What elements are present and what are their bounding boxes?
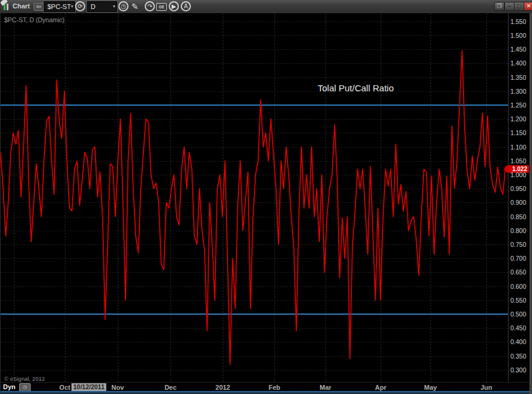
title-bar: Chart SH $PC-ST ▾ ⟳ D ▾ ◷ ✎ ↷ GE ▶ A ❐ –…	[1, 0, 532, 14]
interval-input[interactable]: D ▾	[87, 1, 117, 12]
x-axis-label: Apr	[375, 384, 387, 391]
y-axis-tick-label: 1.150	[510, 129, 526, 136]
y-axis-tick-label: 1.250	[510, 102, 526, 109]
y-axis-tick-label: 1.100	[510, 144, 526, 151]
symbol-input[interactable]: $PC-ST ▾	[44, 1, 75, 12]
y-axis-tick-label: 1.500	[510, 32, 526, 39]
y-axis-tick-label: 0.300	[510, 366, 526, 374]
layout-badge-icon: SH	[34, 3, 44, 11]
x-axis-label: Oct	[59, 384, 70, 391]
close-button[interactable]: ✕	[524, 2, 532, 11]
dyn-clock-icon: ◷	[23, 384, 27, 390]
x-axis-label: 2012	[216, 384, 230, 391]
y-axis-tick-label: 0.750	[510, 241, 526, 248]
quote-bubble-icon: GE	[159, 5, 164, 9]
letter-a-icon: A	[184, 3, 188, 10]
minimize-button[interactable]: –	[504, 2, 515, 11]
x-axis-label: May	[424, 384, 437, 391]
y-axis-tick-label: 0.550	[510, 297, 526, 304]
y-axis-tick-label: 0.900	[510, 199, 526, 206]
clock-icon: ◷	[121, 3, 126, 10]
selected-date-box[interactable]: 10/12/2011	[71, 383, 106, 391]
minimize-icon: –	[508, 3, 511, 9]
window-bottom-border	[1, 391, 530, 394]
pencil-icon: ✎	[131, 2, 139, 11]
symbol-refresh-button[interactable]: ⟳	[75, 1, 85, 11]
put-call-ratio-line	[1, 50, 508, 364]
window-title: Chart	[13, 2, 30, 10]
y-axis-tick-label: 1.400	[510, 59, 526, 67]
y-axis-tick-label: 0.400	[510, 338, 526, 345]
window-right-border	[530, 13, 532, 394]
y-axis-tick-label: 1.550	[510, 18, 526, 25]
y-axis-tick-label: 1.300	[510, 88, 526, 95]
play-icon: ▶	[172, 3, 177, 10]
quote-button[interactable]: GE	[156, 3, 167, 11]
popout-window-button[interactable]: ❐	[494, 2, 504, 11]
price-series-plot	[1, 13, 508, 382]
x-axis-label: Mar	[319, 384, 331, 391]
dyn-mode-button[interactable]: ◷	[19, 383, 31, 392]
y-axis-tick-label: 1.050	[510, 157, 526, 165]
refresh-icon: ⟳	[77, 3, 82, 10]
chevron-down-icon[interactable]: ▾	[113, 4, 115, 9]
interval-value: D	[91, 3, 95, 10]
price-axis[interactable]: 1.022 1.5501.5001.4501.4001.3501.3001.25…	[509, 13, 530, 382]
y-axis-tick-label: 0.700	[510, 255, 526, 262]
chart-pane[interactable]: $PC-ST, D (Dynamic) Tolal Put/Call Ratio…	[1, 13, 509, 382]
curved-arrow-icon: ↷	[147, 3, 152, 10]
time-interval-button[interactable]: ◷	[118, 1, 128, 11]
y-axis-tick-label: 0.600	[510, 283, 526, 290]
y-axis-tick-label: 0.650	[510, 268, 526, 276]
y-axis-tick-label: 0.350	[510, 353, 526, 360]
x-axis-label: Dec	[165, 384, 177, 391]
y-axis-tick-label: 1.350	[510, 74, 526, 81]
play-button[interactable]: ▶	[169, 1, 179, 11]
symbol-value: $PC-ST	[47, 3, 71, 10]
y-axis-tick-label: 1.200	[510, 115, 526, 123]
y-axis-tick-label: 0.500	[510, 311, 526, 318]
y-axis-tick-label: 0.850	[510, 213, 526, 220]
dyn-mode-label: Dyn	[3, 383, 16, 390]
y-axis-tick-label: 1.000	[510, 171, 526, 178]
draw-tool-button[interactable]: ✎	[131, 2, 139, 11]
popout-icon: ❐	[497, 3, 501, 9]
close-icon: ✕	[527, 3, 531, 9]
x-axis-label: Jun	[480, 384, 492, 391]
y-axis-tick-label: 0.450	[510, 324, 526, 332]
x-axis-label: Feb	[268, 384, 280, 391]
maximize-icon: ▢	[516, 3, 522, 9]
time-axis[interactable]: Dyn ◷ 10/12/2011 OctNovDec2012FebMarAprM…	[1, 382, 530, 392]
chart-title-annotation: Tolal Put/Call Ratio	[318, 83, 394, 93]
redo-tool-button[interactable]: ↷	[145, 1, 155, 11]
y-axis-tick-label: 1.450	[510, 46, 526, 53]
copyright-text: © eSignal, 2012	[4, 375, 45, 382]
chart-legend: $PC-ST, D (Dynamic)	[4, 16, 64, 23]
chart-window: Chart SH $PC-ST ▾ ⟳ D ▾ ◷ ✎ ↷ GE ▶ A ❐ –…	[0, 0, 532, 394]
y-axis-tick-label: 0.800	[510, 227, 526, 234]
chevron-down-icon[interactable]: ▾	[71, 4, 73, 9]
maximize-button[interactable]: ▢	[514, 2, 524, 11]
y-axis-tick-label: 0.950	[510, 185, 526, 192]
auto-button[interactable]: A	[181, 1, 191, 11]
x-axis-label: Nov	[112, 384, 124, 391]
